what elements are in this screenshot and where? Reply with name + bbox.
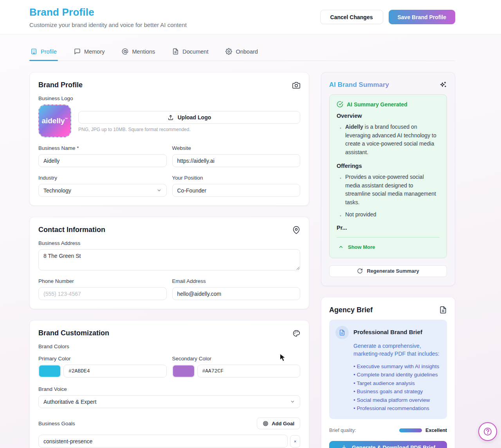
brand-voice-group: Brand Voice Authoritative & Expert: [38, 386, 300, 408]
website-field[interactable]: [172, 154, 301, 167]
tab-label: Document: [182, 49, 208, 55]
cancel-changes-button[interactable]: Cancel Changes: [320, 10, 383, 24]
card-title: Agency Brief: [329, 306, 373, 314]
primary-color-label: Primary Color: [38, 356, 167, 362]
brief-item: Target audience analysis: [353, 379, 441, 388]
business-name-group: Business Name *: [38, 145, 167, 167]
truncated-heading: Pr...: [337, 225, 440, 231]
generate-pdf-brief-button[interactable]: Generate & Download PDF Brief: [329, 441, 447, 448]
summary-status: AI Summary Generated: [337, 101, 440, 108]
secondary-color-hex-field[interactable]: [197, 365, 301, 378]
ai-brand-summary-card: AI Brand Summary AI Summary Generated: [321, 72, 455, 286]
secondary-color-group: Secondary Color: [172, 356, 301, 378]
upload-logo-button[interactable]: Upload Logo: [78, 111, 300, 124]
card-header: Brand Customization: [38, 329, 300, 337]
summary-status-text: AI Summary Generated: [347, 101, 407, 108]
brand-name-bold: Aidelly: [345, 124, 363, 130]
primary-color-hex-field[interactable]: [63, 365, 167, 378]
brief-quality-row: Brief quality: Excellent: [329, 428, 447, 433]
email-label: Email Address: [172, 278, 301, 284]
tab-onboard[interactable]: Onboard: [224, 47, 259, 61]
quality-progress-bar: [399, 428, 422, 432]
card-title: Brand Customization: [38, 329, 109, 337]
business-name-field[interactable]: [38, 154, 167, 167]
position-field[interactable]: [172, 184, 301, 197]
help-button[interactable]: [478, 422, 497, 441]
brand-voice-select[interactable]: Authoritative & Expert: [38, 395, 300, 408]
offerings-heading: Offerings: [337, 163, 440, 169]
check-circle-icon: [337, 101, 343, 108]
refresh-icon: [357, 268, 363, 274]
business-logo-label: Business Logo: [38, 95, 300, 101]
tab-label: Memory: [84, 49, 105, 55]
save-brand-profile-button[interactable]: Save Brand Profile: [389, 10, 456, 24]
gear-icon: [225, 48, 232, 55]
industry-select[interactable]: Technology: [38, 184, 167, 197]
primary-color-swatch[interactable]: [38, 365, 61, 378]
upload-hint: PNG, JPG up to 10MB. Square format recom…: [78, 127, 300, 132]
website-group: Website: [172, 145, 301, 167]
target-icon: [263, 421, 269, 426]
profile-fields: Business Name * Website Industry Technol…: [38, 145, 300, 197]
left-column: Brand Profile Business Logo aidelly™: [29, 72, 309, 448]
business-address-field[interactable]: 8 The Green St: [38, 249, 300, 270]
regenerate-summary-button[interactable]: Regenerate Summary: [329, 265, 447, 277]
logo-text: aidelly: [41, 117, 65, 125]
brand-customization-card: Brand Customization Brand Colors Primary…: [29, 320, 309, 448]
tab-memory[interactable]: Memory: [73, 47, 106, 61]
logo-row: aidelly™ Upload Logo PNG, JPG up to 10MB…: [38, 104, 300, 137]
header-titles: Brand Profile Customize your brand ident…: [29, 6, 187, 28]
brief-title: Professional Brand Brief: [353, 329, 422, 339]
add-goal-label: Add Goal: [272, 421, 294, 426]
goal-field[interactable]: [38, 435, 288, 448]
ai-summary-box: AI Summary Generated Overview Aidelly is…: [329, 94, 447, 258]
palette-icon: [292, 329, 300, 337]
industry-group: Industry Technology: [38, 175, 167, 197]
brand-profile-card: Brand Profile Business Logo aidelly™: [29, 72, 309, 206]
email-field[interactable]: [172, 287, 301, 300]
question-circle-icon: [483, 427, 492, 436]
download-icon: [341, 444, 347, 448]
chevron-up-icon: [338, 244, 344, 250]
tab-mentions[interactable]: Mentions: [121, 47, 156, 61]
add-goal-button[interactable]: Add Goal: [257, 417, 300, 429]
tab-document[interactable]: Document: [171, 47, 209, 61]
regenerate-label: Regenerate Summary: [367, 268, 419, 274]
card-title: Contact Information: [38, 226, 105, 234]
page-subtitle: Customize your brand identity and voice …: [29, 22, 187, 28]
phone-field[interactable]: [38, 287, 167, 300]
contact-fields: Phone Number Email Address: [38, 278, 300, 300]
brief-quality-label: Brief quality:: [329, 428, 399, 433]
business-logo[interactable]: aidelly™: [38, 104, 71, 137]
agency-brief-card: Agency Brief Professional Brand Brief: [321, 297, 455, 448]
tab-bar: Profile Memory Mentions Document: [29, 47, 455, 61]
show-more-button[interactable]: Show More: [337, 244, 375, 252]
document-icon: [172, 48, 179, 55]
card-title: AI Brand Summary: [329, 81, 389, 89]
logo-trademark: ™: [65, 117, 68, 121]
file-text-icon: [439, 306, 447, 314]
secondary-color-row: [172, 365, 301, 378]
generate-pdf-label: Generate & Download PDF Brief: [352, 444, 435, 448]
card-header: AI Brand Summary: [329, 81, 447, 89]
upload-label: Upload Logo: [178, 114, 211, 121]
header-actions: Cancel Changes Save Brand Profile: [320, 10, 455, 24]
offerings-list: Provides a voice-powered social media as…: [337, 173, 440, 219]
secondary-color-label: Secondary Color: [172, 356, 301, 362]
overview-heading: Overview: [337, 113, 440, 119]
chevron-down-icon: [157, 188, 162, 193]
position-label: Your Position: [172, 175, 301, 181]
upload-icon: [168, 114, 174, 121]
tab-label: Profile: [41, 49, 57, 55]
overview-list: Aidelly is a brand focused on leveraging…: [337, 123, 440, 157]
remove-goal-button[interactable]: ×: [290, 435, 300, 448]
industry-value: Technology: [43, 187, 71, 194]
card-header: Agency Brief: [329, 306, 447, 314]
main-content: Profile Memory Mentions Document: [0, 34, 501, 448]
brand-voice-value: Authoritative & Expert: [43, 399, 96, 405]
brief-item: Professional recommendations: [353, 404, 441, 413]
sparkles-icon: [439, 81, 447, 89]
brief-header: Professional Brand Brief: [335, 326, 441, 339]
tab-profile[interactable]: Profile: [29, 47, 58, 61]
secondary-color-swatch[interactable]: [172, 365, 195, 378]
